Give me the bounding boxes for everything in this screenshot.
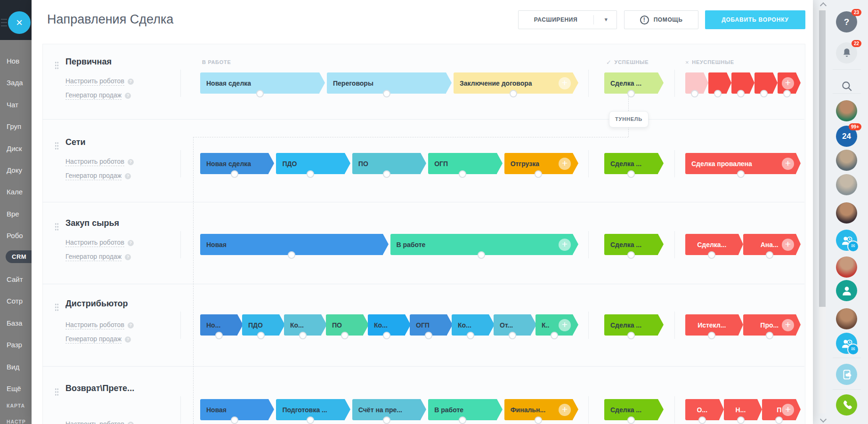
- drag-handle-icon[interactable]: [55, 388, 59, 397]
- drag-handle-icon[interactable]: [55, 142, 59, 151]
- success-stage[interactable]: Сделка ...: [604, 314, 658, 336]
- sidebar-item-сайт[interactable]: Сайт: [7, 275, 23, 283]
- help-icon[interactable]: ?23: [836, 11, 857, 32]
- stage-handle[interactable]: [383, 332, 390, 339]
- sidebar-item-зада[interactable]: Зада: [7, 79, 23, 87]
- add-stage-button[interactable]: +: [559, 239, 571, 251]
- success-stage[interactable]: Сделка ...: [604, 153, 658, 174]
- add-stage-button[interactable]: +: [782, 404, 794, 416]
- configure-robots-link[interactable]: Настроить роботов: [65, 158, 124, 166]
- tunnel-badge[interactable]: ТУННЕЛЬ: [609, 111, 649, 128]
- mobile-icon[interactable]: [836, 364, 857, 385]
- help-circle-icon[interactable]: ?: [128, 322, 134, 328]
- sidebar-item-диск[interactable]: Диск: [7, 144, 22, 152]
- sidebar-item-нов[interactable]: Нов: [7, 57, 19, 65]
- sidebar-item-сотр[interactable]: Сотр: [7, 297, 23, 305]
- success-stage[interactable]: Сделка ...: [604, 72, 658, 94]
- avatar[interactable]: [836, 100, 857, 121]
- success-stage[interactable]: Сделка ...: [604, 399, 658, 420]
- stage-handle[interactable]: [714, 90, 722, 97]
- avatar[interactable]: [836, 308, 857, 329]
- help-circle-icon[interactable]: ?: [128, 240, 134, 246]
- add-stage-button[interactable]: +: [782, 77, 794, 89]
- configure-robots-link[interactable]: Настроить роботов: [65, 420, 124, 424]
- pipeline-stage[interactable]: Новая: [200, 399, 268, 420]
- sidebar-item-чат[interactable]: Чат: [7, 101, 18, 109]
- stage-handle[interactable]: [737, 170, 745, 178]
- pipeline-stage[interactable]: Переговоры: [327, 72, 446, 94]
- stage-handle[interactable]: [383, 90, 390, 97]
- help-circle-icon[interactable]: ?: [128, 159, 134, 165]
- sales-generator-link[interactable]: Генератор продаж: [65, 253, 122, 261]
- stage-handle[interactable]: [627, 170, 635, 178]
- help-circle-icon[interactable]: ?: [125, 173, 131, 179]
- stage-handle[interactable]: [341, 332, 349, 339]
- stage-handle[interactable]: [627, 332, 635, 339]
- pipeline-stage[interactable]: Ко...: [452, 314, 489, 336]
- stage-handle[interactable]: [509, 332, 516, 339]
- pipeline-stage[interactable]: Новая сделка: [200, 153, 268, 174]
- stage-handle[interactable]: [737, 416, 745, 424]
- help-circle-icon[interactable]: ?: [128, 79, 134, 85]
- scrollbar-thumb[interactable]: [819, 10, 826, 307]
- fail-stage[interactable]: Сделка...: [685, 234, 738, 255]
- pipeline-stage[interactable]: ПО: [352, 153, 421, 174]
- stage-handle[interactable]: [766, 251, 773, 259]
- sales-generator-link[interactable]: Генератор продаж: [65, 172, 122, 180]
- stage-handle[interactable]: [288, 251, 295, 259]
- pipeline-stage[interactable]: ПДО: [276, 153, 344, 174]
- stage-handle[interactable]: [467, 332, 474, 339]
- stage-handle[interactable]: [307, 170, 314, 178]
- stage-handle[interactable]: [256, 90, 264, 97]
- pipeline-stage[interactable]: Новая сделка: [200, 72, 319, 94]
- bell-icon[interactable]: 22: [836, 42, 857, 64]
- sidebar-item-груп[interactable]: Груп: [7, 122, 21, 130]
- avatar[interactable]: [836, 174, 857, 195]
- sales-generator-link[interactable]: Генератор продаж: [65, 91, 122, 100]
- sidebar-item-доку[interactable]: Доку: [7, 166, 22, 174]
- fail-stage[interactable]: Н...: [724, 399, 758, 420]
- pipeline-stage[interactable]: ОГП: [428, 153, 496, 174]
- add-funnel-button[interactable]: ДОБАВИТЬ ВОРОНКУ: [705, 10, 805, 29]
- person-icon[interactable]: [836, 280, 857, 301]
- stage-handle[interactable]: [299, 332, 307, 339]
- help-circle-icon[interactable]: ?: [125, 254, 131, 260]
- pipeline-stage[interactable]: От...: [494, 314, 531, 336]
- extensions-button[interactable]: РАСШИРЕНИЯ ▾: [518, 10, 617, 29]
- stage-handle[interactable]: [425, 332, 432, 339]
- configure-robots-link[interactable]: Настроить роботов: [65, 239, 124, 247]
- stage-handle[interactable]: [766, 332, 773, 339]
- help-circle-icon[interactable]: ?: [128, 422, 134, 424]
- add-stage-button[interactable]: +: [559, 77, 571, 89]
- configure-robots-link[interactable]: Настроить роботов: [65, 77, 124, 86]
- avatar[interactable]: [836, 150, 857, 171]
- stage-handle[interactable]: [783, 90, 791, 97]
- chevron-down-icon[interactable]: ▾: [605, 16, 608, 23]
- fail-stage[interactable]: Про...+: [743, 314, 796, 336]
- stage-handle[interactable]: [760, 90, 768, 97]
- pipeline-stage[interactable]: В работе+: [390, 234, 573, 255]
- fail-stage[interactable]: П+: [762, 399, 796, 420]
- scroll-down-arrow[interactable]: [820, 416, 827, 423]
- pipeline-stage[interactable]: Финальн...+: [504, 399, 573, 420]
- stage-handle[interactable]: [215, 332, 223, 339]
- pipeline-stage[interactable]: ОГП: [410, 314, 447, 336]
- fail-stage[interactable]: О...: [685, 399, 719, 420]
- success-stage[interactable]: Сделка ...: [604, 234, 658, 255]
- sidebar-item-разр[interactable]: Разр: [7, 341, 22, 349]
- sidebar-item-кале[interactable]: Кале: [7, 188, 23, 196]
- pipeline-stage[interactable]: Заключение договора+: [454, 72, 573, 94]
- stage-handle[interactable]: [307, 416, 314, 424]
- add-stage-button[interactable]: +: [782, 319, 794, 331]
- pipeline-stage[interactable]: Ко...: [368, 314, 405, 336]
- pipeline-stage[interactable]: ПДО: [242, 314, 279, 336]
- fail-stage[interactable]: Ана...+: [743, 234, 796, 255]
- sidebar-item-вид[interactable]: Вид: [7, 363, 19, 371]
- add-stage-button[interactable]: +: [782, 158, 794, 170]
- stage-handle[interactable]: [627, 251, 635, 259]
- stage-handle[interactable]: [231, 416, 238, 424]
- stage-handle[interactable]: [691, 90, 698, 97]
- stage-handle[interactable]: [510, 90, 517, 97]
- sales-generator-link[interactable]: Генератор продаж: [65, 335, 122, 344]
- fail-stage[interactable]: Истекл...: [685, 314, 738, 336]
